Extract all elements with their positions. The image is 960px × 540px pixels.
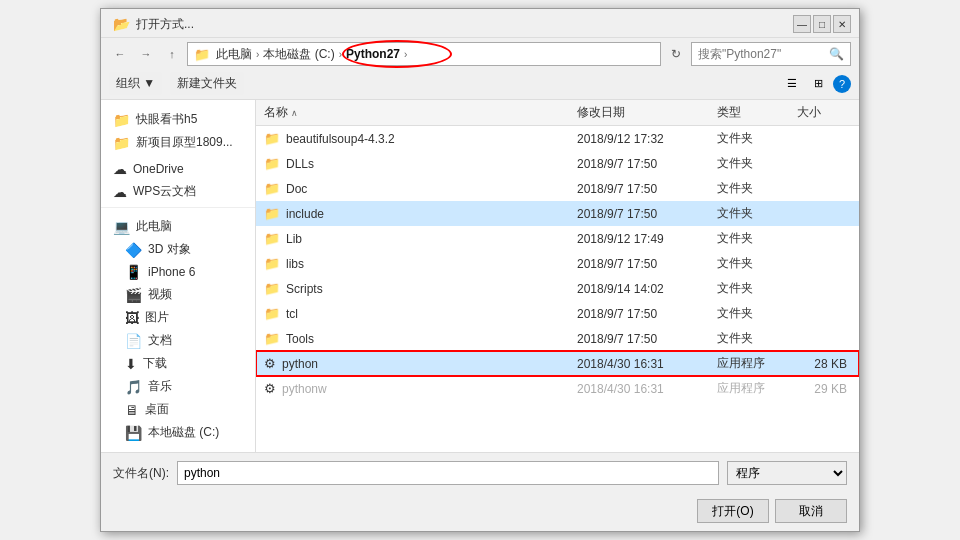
file-row[interactable]: 📁Scripts2018/9/14 14:02文件夹 — [256, 276, 859, 301]
file-date-cell: 2018/4/30 16:31 — [569, 355, 709, 373]
view-large-button[interactable]: ⊞ — [807, 73, 829, 95]
search-input[interactable] — [698, 47, 825, 61]
file-row[interactable]: ⚙python2018/4/30 16:31应用程序28 KB — [256, 351, 859, 376]
sidebar-label: WPS云文档 — [133, 183, 196, 200]
minimize-button[interactable]: — — [793, 15, 811, 33]
col-name-header[interactable]: 名称 ∧ — [256, 100, 569, 125]
cancel-button[interactable]: 取消 — [775, 499, 847, 523]
breadcrumb-sep-1: › — [256, 49, 259, 60]
sidebar-item-quickread[interactable]: 📁 快眼看书h5 — [101, 108, 255, 131]
filetype-select[interactable]: 程序 — [727, 461, 847, 485]
disk-icon: 💾 — [125, 425, 142, 441]
file-row[interactable]: 📁libs2018/9/7 17:50文件夹 — [256, 251, 859, 276]
maximize-button[interactable]: □ — [813, 15, 831, 33]
file-row[interactable]: 📁include2018/9/7 17:50文件夹 — [256, 201, 859, 226]
file-type-cell: 文件夹 — [709, 128, 789, 149]
file-size-cell — [789, 337, 859, 341]
file-name: pythonw — [282, 382, 327, 396]
sidebar-item-thispc[interactable]: 💻 此电脑 — [101, 215, 255, 238]
file-name: beautifulsoup4-4.3.2 — [286, 132, 395, 146]
new-folder-button[interactable]: 新建文件夹 — [170, 72, 244, 95]
view-details-button[interactable]: ☰ — [781, 73, 803, 95]
file-type-icon: 📁 — [264, 181, 280, 196]
filename-label: 文件名(N): — [113, 465, 169, 482]
sidebar-label: OneDrive — [133, 162, 184, 176]
sidebar-label: 3D 对象 — [148, 241, 191, 258]
sidebar-item-music[interactable]: 🎵 音乐 — [101, 375, 255, 398]
breadcrumb-drive[interactable]: 本地磁盘 (C:) — [261, 46, 336, 63]
file-size-cell — [789, 162, 859, 166]
filename-input[interactable] — [177, 461, 719, 485]
search-icon: 🔍 — [829, 47, 844, 61]
help-button[interactable]: ? — [833, 75, 851, 93]
sidebar-item-desktop[interactable]: 🖥 桌面 — [101, 398, 255, 421]
file-type-icon: 📁 — [264, 231, 280, 246]
file-type-cell: 文件夹 — [709, 328, 789, 349]
sidebar-label: 本地磁盘 (C:) — [148, 424, 219, 441]
file-name-cell: 📁Tools — [256, 329, 569, 348]
sidebar-item-wps[interactable]: ☁ WPS云文档 — [101, 180, 255, 203]
file-row[interactable]: ⚙pythonw2018/4/30 16:31应用程序29 KB — [256, 376, 859, 401]
file-date-cell: 2018/9/12 17:49 — [569, 230, 709, 248]
file-type-cell: 文件夹 — [709, 253, 789, 274]
sidebar-item-documents[interactable]: 📄 文档 — [101, 329, 255, 352]
search-bar[interactable]: 🔍 — [691, 42, 851, 66]
open-button[interactable]: 打开(O) — [697, 499, 769, 523]
file-size-cell — [789, 262, 859, 266]
sidebar-label: 此电脑 — [136, 218, 172, 235]
close-button[interactable]: ✕ — [833, 15, 851, 33]
file-row[interactable]: 📁Doc2018/9/7 17:50文件夹 — [256, 176, 859, 201]
organize-button[interactable]: 组织 ▼ — [109, 72, 162, 95]
sidebar-item-3d[interactable]: 🔷 3D 对象 — [101, 238, 255, 261]
forward-button[interactable]: → — [135, 43, 157, 65]
sidebar-label: 图片 — [145, 309, 169, 326]
file-row[interactable]: 📁beautifulsoup4-4.3.22018/9/12 17:32文件夹 — [256, 126, 859, 151]
downloads-icon: ⬇ — [125, 356, 137, 372]
file-date-cell: 2018/9/7 17:50 — [569, 205, 709, 223]
file-type-cell: 文件夹 — [709, 278, 789, 299]
sidebar-item-localdisk[interactable]: 💾 本地磁盘 (C:) — [101, 421, 255, 444]
file-type-cell: 文件夹 — [709, 153, 789, 174]
file-name-cell: 📁tcl — [256, 304, 569, 323]
file-row[interactable]: 📁DLLs2018/9/7 17:50文件夹 — [256, 151, 859, 176]
file-name: Doc — [286, 182, 307, 196]
breadcrumb: 此电脑 › 本地磁盘 (C:) › Python27 › — [214, 46, 407, 63]
sidebar-label: 快眼看书h5 — [136, 111, 197, 128]
sidebar-item-video[interactable]: 🎬 视频 — [101, 283, 255, 306]
breadcrumb-sep-2: › — [339, 49, 342, 60]
file-name-cell: 📁Doc — [256, 179, 569, 198]
sidebar-item-onedrive[interactable]: ☁ OneDrive — [101, 158, 255, 180]
documents-icon: 📄 — [125, 333, 142, 349]
col-type-header[interactable]: 类型 — [709, 100, 789, 125]
file-type-cell: 文件夹 — [709, 203, 789, 224]
video-icon: 🎬 — [125, 287, 142, 303]
file-rows-container: 📁beautifulsoup4-4.3.22018/9/12 17:32文件夹📁… — [256, 126, 859, 401]
refresh-button[interactable]: ↻ — [665, 42, 687, 66]
file-row[interactable]: 📁Lib2018/9/12 17:49文件夹 — [256, 226, 859, 251]
file-date-cell: 2018/9/12 17:32 — [569, 130, 709, 148]
col-date-header[interactable]: 修改日期 — [569, 100, 709, 125]
file-date-cell: 2018/9/7 17:50 — [569, 155, 709, 173]
back-button[interactable]: ← — [109, 43, 131, 65]
breadcrumb-pc[interactable]: 此电脑 — [214, 46, 254, 63]
file-row[interactable]: 📁tcl2018/9/7 17:50文件夹 — [256, 301, 859, 326]
sidebar-item-project[interactable]: 📁 新项目原型1809... — [101, 131, 255, 154]
file-name: include — [286, 207, 324, 221]
col-size-header[interactable]: 大小 — [789, 100, 859, 125]
pc-icon: 💻 — [113, 219, 130, 235]
file-row[interactable]: 📁Tools2018/9/7 17:50文件夹 — [256, 326, 859, 351]
onedrive-icon: ☁ — [113, 161, 127, 177]
file-name-cell: 📁Scripts — [256, 279, 569, 298]
sidebar-label: 音乐 — [148, 378, 172, 395]
file-name: Scripts — [286, 282, 323, 296]
sidebar-item-pictures[interactable]: 🖼 图片 — [101, 306, 255, 329]
sidebar-item-iphone[interactable]: 📱 iPhone 6 — [101, 261, 255, 283]
file-date-cell: 2018/9/7 17:50 — [569, 180, 709, 198]
breadcrumb-current[interactable]: Python27 — [344, 47, 402, 61]
file-name: Tools — [286, 332, 314, 346]
titlebar-controls: — □ ✕ — [793, 15, 851, 33]
sidebar-item-downloads[interactable]: ⬇ 下载 — [101, 352, 255, 375]
address-bar[interactable]: 📁 此电脑 › 本地磁盘 (C:) › Python27 › — [187, 42, 661, 66]
up-button[interactable]: ↑ — [161, 43, 183, 65]
file-date-cell: 2018/9/14 14:02 — [569, 280, 709, 298]
